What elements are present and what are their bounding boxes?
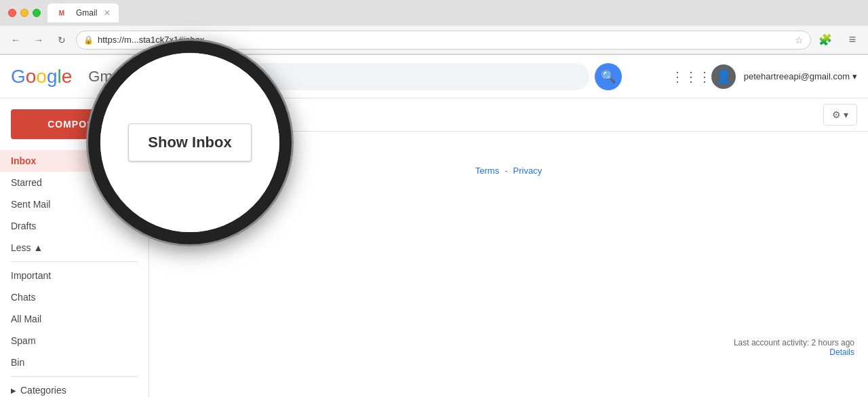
footer-separator: -	[505, 166, 507, 176]
details-link[interactable]: Details	[734, 347, 854, 357]
bookmark-icon[interactable]: ☆	[795, 35, 804, 45]
logo-g2: g	[47, 66, 58, 88]
sidebar-categories-label: Categories	[20, 385, 127, 396]
tab-favicon: M	[56, 7, 68, 19]
tab-close-icon[interactable]: ✕	[104, 8, 111, 18]
privacy-link[interactable]: Privacy	[513, 166, 542, 176]
browser-tab[interactable]: M Gmail ✕	[47, 3, 119, 22]
sidebar-important-label: Important	[11, 270, 127, 281]
maximize-button[interactable]	[33, 9, 41, 17]
tab-title: Gmail	[76, 8, 97, 18]
sidebar-drafts-label: Drafts	[11, 221, 127, 231]
sidebar-allmail-label: All Mail	[11, 314, 127, 324]
sidebar-less-label: Less ▲	[11, 242, 127, 253]
google-logo: G o o g l e	[11, 66, 72, 88]
sidebar-item-categories[interactable]: ▶ Categories	[0, 379, 138, 397]
sidebar-divider-2	[11, 376, 138, 377]
sidebar-bin-label: Bin	[11, 357, 127, 368]
sidebar-divider	[11, 261, 138, 262]
user-email-display[interactable]: petehartreeapi@gmail.com ▾	[744, 71, 857, 81]
last-activity-text: Last account activity: 2 hours ago	[734, 338, 854, 347]
logo-o1: o	[26, 66, 37, 88]
magnifier-content: Show Inbox	[100, 53, 279, 232]
magnifier-overlay: Show Inbox	[88, 41, 292, 244]
last-activity: Last account activity: 2 hours ago Detai…	[734, 338, 854, 357]
categories-arrow-icon: ▶	[11, 387, 16, 394]
back-button[interactable]: ←	[7, 31, 24, 49]
ssl-lock-icon: 🔒	[83, 35, 94, 45]
sidebar-item-bin[interactable]: Bin	[0, 352, 138, 373]
search-icon: 🔍	[601, 69, 616, 84]
settings-dropdown-arrow: ▾	[844, 109, 848, 120]
forward-button[interactable]: →	[30, 31, 47, 49]
minimize-button[interactable]	[20, 9, 28, 17]
gear-icon: ⚙	[832, 109, 841, 120]
sidebar-chats-label: Chats	[11, 292, 127, 303]
sidebar-item-spam[interactable]: Spam	[0, 330, 138, 352]
extensions-icon[interactable]: 🧩	[816, 31, 834, 49]
footer-links: Terms - Privacy	[475, 166, 542, 176]
sidebar-item-chats[interactable]: Chats	[0, 286, 138, 308]
apps-grid-icon[interactable]: ⋮⋮⋮	[679, 64, 703, 89]
user-email-text: petehartreeapi@gmail.com	[744, 71, 850, 81]
traffic-lights	[8, 9, 41, 17]
header-actions: ⋮⋮⋮ 👤 petehartreeapi@gmail.com ▾	[679, 64, 857, 89]
menu-icon[interactable]: ≡	[844, 31, 861, 49]
close-button[interactable]	[8, 9, 16, 17]
show-inbox-button[interactable]: Show Inbox	[128, 124, 251, 162]
sidebar-item-less[interactable]: Less ▲	[0, 237, 138, 259]
logo-o2: o	[36, 66, 47, 88]
settings-button[interactable]: ⚙ ▾	[823, 104, 857, 126]
avatar-icon: 👤	[716, 69, 731, 84]
reload-button[interactable]: ↻	[53, 31, 71, 49]
terms-link[interactable]: Terms	[475, 166, 499, 176]
logo-e: e	[62, 66, 73, 88]
logo-g: G	[11, 66, 26, 88]
user-dropdown-arrow[interactable]: ▾	[852, 71, 857, 81]
sidebar-item-drafts[interactable]: Drafts	[0, 215, 138, 237]
sidebar-item-important[interactable]: Important	[0, 265, 138, 286]
sidebar-spam-label: Spam	[11, 335, 127, 346]
sidebar-item-allmail[interactable]: All Mail	[0, 308, 138, 330]
search-button[interactable]: 🔍	[595, 63, 622, 90]
avatar[interactable]: 👤	[711, 64, 736, 89]
